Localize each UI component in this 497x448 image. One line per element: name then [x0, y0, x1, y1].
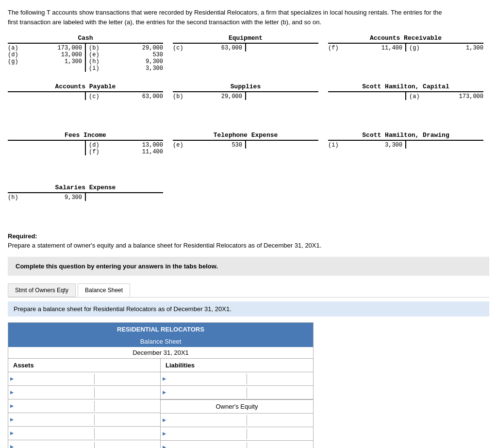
asset-arrow-6: ▶ [8, 443, 16, 448]
equity-amount-3[interactable] [247, 442, 313, 448]
t-account-ar: Accounts Receivable (f)11,400 (g)1,300 [328, 34, 483, 73]
asset-name-3[interactable] [16, 401, 94, 412]
owners-equity-header: Owner's Equity [161, 399, 313, 414]
bs-company-name: RESIDENTIAL RELOCATORS [8, 323, 313, 336]
salaries-title: Salaries Expense [8, 184, 163, 193]
ar-title: Accounts Receivable [328, 34, 483, 44]
liability-arrow-1: ▶ [161, 375, 168, 382]
supplies-right [246, 92, 318, 100]
asset-name-2[interactable] [16, 387, 94, 398]
bs-body: ▶ ▶ ▶ ▶ ▶ [8, 372, 313, 448]
bs-date: December 31, 20X1 [8, 347, 313, 359]
equity-arrow-2: ▶ [161, 430, 168, 437]
t-account-fees: Fees Income (d)13,000 (f)11,400 [8, 132, 163, 170]
asset-row-3: ▶ [8, 399, 160, 413]
t-account-salaries: Salaries Expense (h)9,300 [8, 184, 163, 223]
liability-amount-2[interactable] [247, 387, 313, 398]
t-account-ap: Accounts Payable (c)63,000 [8, 83, 163, 122]
asset-name-4[interactable] [16, 415, 94, 425]
asset-arrow-1: ▶ [8, 375, 16, 382]
t-account-cash: Cash (a)173,000 (d)13,000 (g)1,300 (b)29… [8, 34, 163, 73]
ar-right: (g)1,300 [406, 44, 483, 51]
balance-sheet-table: RESIDENTIAL RELOCATORS Balance Sheet Dec… [8, 322, 314, 448]
bs-assets-header: Assets [8, 359, 161, 372]
equity-amount-2[interactable] [247, 429, 313, 439]
equipment-title: Equipment [173, 34, 318, 44]
asset-name-1[interactable] [16, 374, 94, 384]
asset-arrow-3: ▶ [8, 402, 16, 410]
supplies-title: Supplies [173, 83, 318, 92]
asset-amount-4[interactable] [94, 415, 160, 425]
ap-title: Accounts Payable [8, 83, 163, 92]
asset-amount-5[interactable] [94, 428, 160, 439]
capital-right: (a)173,000 [406, 92, 483, 100]
bs-columns-header: Assets Liabilities [8, 359, 313, 372]
equity-name-1[interactable] [168, 415, 247, 426]
asset-arrow-5: ▶ [8, 430, 16, 437]
required-heading: Required: [8, 232, 37, 240]
liability-name-2[interactable] [168, 387, 247, 398]
drawing-right [406, 141, 483, 149]
fees-title: Fees Income [8, 132, 163, 141]
asset-amount-3[interactable] [94, 401, 160, 412]
cash-right: (b)29,000 (e)530 (h)9,300 (i)3,300 [86, 44, 163, 72]
cash-title: Cash [8, 34, 163, 44]
capital-left [328, 92, 406, 100]
equity-row-1: ▶ [161, 414, 313, 427]
t-account-capital: Scott Hamilton, Capital (a)173,000 [328, 83, 483, 122]
asset-arrow-4: ▶ [8, 416, 16, 423]
liability-name-1[interactable] [168, 374, 247, 384]
asset-row-6: ▶ [8, 440, 160, 448]
ar-left: (f)11,400 [328, 44, 406, 51]
equity-name-3[interactable] [168, 442, 247, 448]
equipment-left: (c)63,000 [173, 44, 246, 51]
asset-name-6[interactable] [16, 442, 94, 448]
bs-liabilities-header: Liabilities [161, 359, 313, 372]
intro-text: The following T accounts show transactio… [8, 8, 445, 27]
t-account-tel: Telephone Expense (e)530 [173, 132, 318, 170]
tel-left: (e)530 [173, 141, 246, 149]
bs-title: Balance Sheet [8, 336, 313, 347]
supplies-left: (b)29,000 [173, 92, 246, 100]
asset-arrow-2: ▶ [8, 389, 16, 396]
tab-balance-sheet[interactable]: Balance Sheet [78, 283, 130, 297]
required-section: Required: Prepare a statement of owner's… [8, 232, 489, 249]
drawing-left: (i)3,300 [328, 141, 406, 149]
ap-right: (c)63,000 [86, 92, 163, 100]
tab-stmt-of-owners-eqty[interactable]: Stmt of Owners Eqty [8, 283, 76, 297]
cash-left: (a)173,000 (d)13,000 (g)1,300 [8, 44, 86, 72]
bs-liabilities-col: ▶ ▶ Owner's Equity ▶ ▶ [161, 372, 313, 448]
liability-row-1: ▶ [161, 372, 313, 386]
tel-right [246, 141, 318, 149]
instruction-text: Prepare a balance sheet for Residential … [8, 301, 489, 316]
salaries-left: (h)9,300 [8, 193, 86, 201]
equity-row-2: ▶ [161, 427, 313, 441]
liability-amount-1[interactable] [247, 374, 313, 384]
asset-amount-6[interactable] [94, 442, 160, 448]
asset-amount-2[interactable] [94, 387, 160, 398]
complete-question-box: Complete this question by entering your … [8, 257, 489, 276]
asset-amount-1[interactable] [94, 374, 160, 384]
t-accounts-section: Cash (a)173,000 (d)13,000 (g)1,300 (b)29… [8, 34, 489, 174]
equity-amount-1[interactable] [247, 415, 313, 426]
drawing-title: Scott Hamilton, Drawing [328, 132, 483, 141]
tel-title: Telephone Expense [173, 132, 318, 141]
equity-arrow-3: ▶ [161, 444, 168, 448]
asset-row-2: ▶ [8, 386, 160, 399]
asset-row-1: ▶ [8, 372, 160, 386]
tabs-row: Stmt of Owners Eqty Balance Sheet [8, 283, 489, 298]
ap-left [8, 92, 86, 100]
salaries-right [86, 193, 163, 201]
fees-right: (d)13,000 (f)11,400 [86, 141, 163, 155]
bs-assets-col: ▶ ▶ ▶ ▶ ▶ [8, 372, 161, 448]
asset-row-5: ▶ [8, 427, 160, 440]
t-account-equipment: Equipment (c)63,000 [173, 34, 318, 73]
asset-name-5[interactable] [16, 428, 94, 439]
equipment-right [246, 44, 318, 51]
equity-row-3: ▶ [161, 441, 313, 448]
fees-left [8, 141, 86, 155]
equity-name-2[interactable] [168, 429, 247, 439]
equity-arrow-1: ▶ [161, 416, 168, 424]
liability-arrow-2: ▶ [161, 389, 168, 396]
liability-row-2: ▶ [161, 386, 313, 399]
